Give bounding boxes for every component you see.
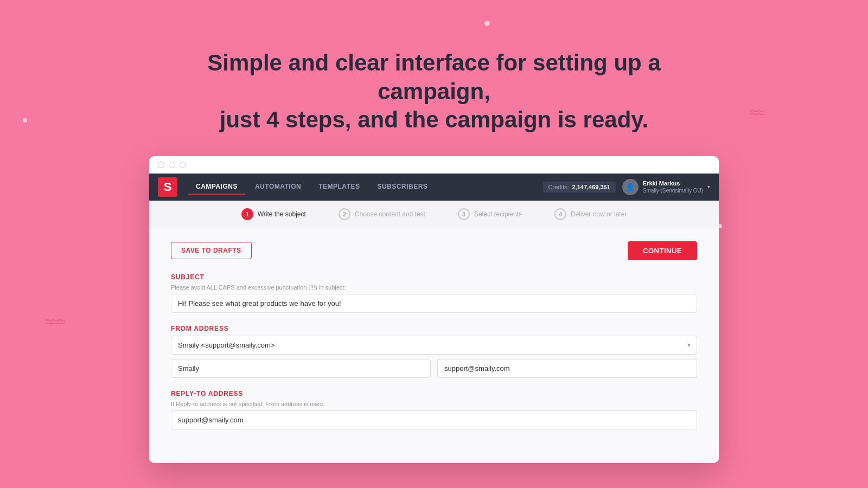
reply-to-hint: If Reply-to address is not specified, Fr…	[171, 401, 697, 407]
subject-label: SUBJECT	[171, 273, 697, 281]
step-1[interactable]: 1 Write the subject	[241, 208, 306, 220]
from-address-name-email-row	[171, 359, 697, 378]
step-2-number: 2	[339, 208, 350, 220]
step-3[interactable]: 3 Select recipients	[458, 208, 522, 220]
user-name-block: Erkki Markus Smaily (Sendsimaily OU)	[643, 179, 703, 194]
nav-campaigns[interactable]: CAMPAIGNS	[188, 179, 245, 195]
from-email-input[interactable]	[437, 359, 697, 378]
subject-hint: Please avoid ALL CAPS and excessive punc…	[171, 284, 697, 291]
from-address-select[interactable]: Smaily <support@smaily.com>	[171, 336, 697, 355]
app-logo: S	[158, 177, 177, 197]
from-address-label: FROM ADDRESS	[171, 325, 697, 332]
chrome-dot-2	[169, 162, 175, 168]
step-4[interactable]: 4 Deliver now or later	[554, 208, 627, 220]
bg-decoration	[484, 21, 490, 26]
step-4-label: Deliver now or later	[571, 210, 627, 218]
from-address-section: FROM ADDRESS Smaily <support@smaily.com>…	[171, 325, 697, 378]
chrome-dot-3	[180, 162, 186, 168]
subject-input[interactable]	[171, 294, 697, 313]
user-menu-chevron: ▾	[707, 184, 710, 190]
navbar-right: Credits: 2,147,469,351 👤 Erkki Markus Sm…	[543, 179, 710, 195]
step-2-label: Choose content and test	[355, 210, 425, 218]
navbar: S CAMPAIGNS AUTOMATION TEMPLATES SUBSCRI…	[149, 174, 719, 201]
nav-subscribers[interactable]: SUBSCRIBERS	[369, 179, 435, 195]
app-window: S CAMPAIGNS AUTOMATION TEMPLATES SUBSCRI…	[149, 156, 719, 463]
reply-to-section: REPLY-TO ADDRESS If Reply-to address is …	[171, 390, 697, 429]
reply-to-input[interactable]	[171, 410, 697, 429]
main-content: SAVE TO DRAFTS CONTINUE SUBJECT Please a…	[149, 228, 719, 463]
step-3-label: Select recipients	[474, 210, 522, 218]
step-1-label: Write the subject	[258, 210, 306, 218]
save-drafts-button[interactable]: SAVE TO DRAFTS	[171, 242, 252, 259]
avatar-icon: 👤	[626, 183, 635, 191]
heading-line2: just 4 steps, and the campaign is ready.	[220, 107, 648, 132]
from-name-input[interactable]	[171, 359, 431, 378]
bg-decoration	[718, 224, 722, 228]
user-avatar: 👤	[622, 179, 639, 195]
step-4-number: 4	[554, 208, 566, 220]
nav-automation[interactable]: AUTOMATION	[247, 179, 309, 195]
heading-line1: Simple and clear interface for setting u…	[207, 50, 661, 104]
step-2[interactable]: 2 Choose content and test	[339, 208, 425, 220]
continue-button[interactable]: CONTINUE	[628, 241, 697, 260]
bg-decoration	[23, 118, 27, 123]
action-row: SAVE TO DRAFTS CONTINUE	[171, 241, 697, 260]
page-heading: Simple and clear interface for setting u…	[0, 0, 868, 134]
chrome-dot-1	[158, 162, 164, 168]
bg-squiggle-right: ≈≈	[750, 104, 762, 121]
step-1-number: 1	[241, 208, 253, 220]
steps-bar: 1 Write the subject 2 Choose content and…	[149, 201, 719, 228]
nav-templates[interactable]: TEMPLATES	[311, 179, 367, 195]
user-menu[interactable]: 👤 Erkki Markus Smaily (Sendsimaily OU) ▾	[622, 179, 710, 195]
credits-badge: Credits: 2,147,469,351	[543, 182, 616, 192]
bg-squiggle-left: ≈≈≈	[44, 313, 63, 331]
navbar-links: CAMPAIGNS AUTOMATION TEMPLATES SUBSCRIBE…	[188, 179, 543, 195]
step-3-number: 3	[458, 208, 470, 220]
subject-section: SUBJECT Please avoid ALL CAPS and excess…	[171, 273, 697, 313]
reply-to-label: REPLY-TO ADDRESS	[171, 390, 697, 397]
window-chrome	[149, 156, 719, 174]
from-address-select-wrapper: Smaily <support@smaily.com> ▾	[171, 336, 697, 355]
